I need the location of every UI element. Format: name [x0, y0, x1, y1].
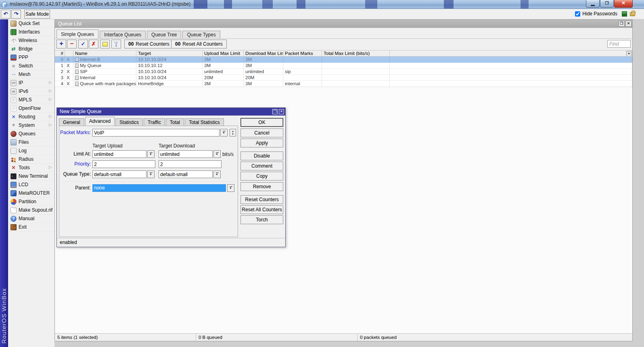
queue-window-close-button[interactable]: ✕	[625, 21, 631, 27]
col-header-upload-max-limit[interactable]: Upload Max Limit	[203, 50, 244, 56]
reset-counters-button[interactable]: Reset Counters	[240, 195, 283, 204]
disable-queue-button[interactable]	[89, 40, 98, 48]
reset-counters-button[interactable]: 00Reset Counters	[124, 40, 174, 48]
tab-statistics[interactable]: Statistics	[115, 118, 143, 126]
sidebar-item-quick-set[interactable]: Quick Set	[8, 19, 54, 28]
sidebar-item-ipv6[interactable]: IPv6	[8, 87, 54, 96]
safe-mode-button[interactable]: Safe Mode	[24, 10, 50, 19]
queue-type-download-input[interactable]	[159, 170, 213, 178]
redo-button[interactable]: ↷	[11, 10, 21, 19]
tab-general[interactable]: General	[59, 118, 84, 126]
sidebar-item-ppp[interactable]: PPP	[8, 53, 54, 62]
remove-button[interactable]: Remove	[240, 182, 283, 191]
find-input[interactable]	[607, 40, 631, 48]
queue-row-internet-b[interactable]: 0 X Internet-B 10.10.10.0/24 3M 3M	[55, 57, 632, 63]
sidebar-item-radius[interactable]: Radius	[8, 155, 54, 164]
queue-row-my-queue[interactable]: 1 X My Queue 10.10.10.12 3M 3M	[55, 63, 632, 69]
enable-queue-button[interactable]	[78, 40, 88, 48]
col-header-total-max-limit[interactable]: Total Max Limit (bits/s)	[322, 50, 390, 56]
sidebar-item-files[interactable]: Files	[8, 138, 54, 147]
sidebar-item-mesh[interactable]: Mesh	[8, 70, 54, 79]
comment-button[interactable]: Comment	[240, 162, 283, 170]
queue-row-queue-with-mark-packages[interactable]: 4 X Queue with mark packages HomeBridge …	[55, 81, 632, 87]
dialog-maximize-button[interactable]: ❐	[272, 109, 278, 114]
queue-item-icon	[75, 76, 79, 80]
sidebar-item-queues[interactable]: Queues	[8, 130, 54, 138]
filter-button[interactable]	[111, 40, 121, 48]
comment-button[interactable]	[100, 40, 110, 48]
col-header-flag[interactable]	[65, 50, 73, 56]
packet-marks-input[interactable]	[92, 129, 220, 137]
col-header-packet-marks[interactable]: Packet Marks	[283, 50, 322, 56]
close-button[interactable]: ✕	[614, 0, 633, 8]
queue-list-titlebar[interactable]: Queue List ❐ ✕	[55, 20, 632, 28]
sidebar-item-lcd[interactable]: LCD	[8, 181, 54, 189]
restore-button[interactable]: ❐	[600, 0, 614, 8]
tab-total-statistics[interactable]: Total Statistics	[185, 118, 224, 126]
reset-all-counters-button[interactable]: 00Reset All Counters	[171, 40, 227, 48]
sidebar-item-wireless[interactable]: Wireless	[8, 36, 54, 45]
minimize-button[interactable]: ▬	[586, 0, 600, 8]
sidebar-item-exit[interactable]: Exit	[8, 223, 54, 231]
sidebar-item-ip[interactable]: IP	[8, 79, 54, 87]
sidebar-item-make-supout[interactable]: Make Supout.rif	[8, 206, 54, 215]
undo-button[interactable]: ↶	[1, 10, 10, 19]
dialog-close-button[interactable]: ✕	[279, 109, 284, 114]
sidebar-item-interfaces[interactable]: Interfaces	[8, 28, 54, 36]
hide-passwords-checkbox[interactable]	[575, 11, 580, 17]
apply-button[interactable]: Apply	[240, 139, 283, 147]
os-titlebar[interactable]: mslavov@78.90.142.97 (MartinS) - WinBox …	[0, 0, 644, 9]
priority-upload-input[interactable]	[92, 160, 155, 168]
sidebar-item-mpls[interactable]: MPLS	[8, 96, 54, 104]
queue-window-restore-button[interactable]: ❐	[619, 21, 625, 27]
cancel-button[interactable]: Cancel	[240, 128, 283, 137]
sidebar-item-metarouter[interactable]: MetaROUTER	[8, 189, 54, 198]
queue-list-title: Queue List	[58, 21, 82, 27]
sidebar-item-switch[interactable]: Switch	[8, 62, 54, 70]
sidebar-item-new-terminal[interactable]: New Terminal	[8, 172, 54, 181]
reset-all-counters-button[interactable]: Reset All Counters	[240, 205, 283, 214]
sidebar-item-openflow[interactable]: OpenFlow	[8, 104, 54, 113]
tab-interface-queues[interactable]: Interface Queues	[100, 31, 146, 39]
sidebar-item-manual[interactable]: Manual	[8, 215, 54, 223]
parent-dropdown-button[interactable]	[227, 184, 234, 192]
queue-row-internal[interactable]: 3 X Internal 10.10.10.0/24 20M 20M	[55, 75, 632, 81]
torch-button[interactable]: Torch	[240, 215, 283, 224]
col-header-download-max-limit[interactable]: Download Max Limit	[244, 50, 283, 56]
minimize-icon: ▬	[586, 2, 599, 7]
disable-button[interactable]: Disable	[240, 151, 283, 160]
tab-queue-types[interactable]: Queue Types	[182, 31, 220, 39]
copy-button[interactable]: Copy	[240, 172, 283, 181]
dialog-titlebar[interactable]: New Simple Queue ❐ ✕	[57, 108, 285, 116]
col-header-name[interactable]: Name	[73, 50, 136, 56]
add-queue-button[interactable]	[56, 40, 66, 48]
parent-combobox[interactable]: none	[92, 184, 226, 192]
packet-marks-dropdown-button[interactable]	[220, 129, 228, 137]
ok-button[interactable]: OK	[240, 118, 283, 127]
limit-at-upload-input[interactable]	[92, 150, 146, 158]
limit-at-download-dropdown-button[interactable]	[213, 150, 221, 158]
column-select-dropdown-button[interactable]	[626, 51, 631, 56]
sidebar-item-bridge[interactable]: Bridge	[8, 45, 54, 53]
col-header-number[interactable]: #	[55, 50, 65, 56]
tab-advanced[interactable]: Advanced	[85, 117, 115, 126]
queue-type-upload-input[interactable]	[92, 170, 146, 178]
queue-type-upload-dropdown-button[interactable]	[147, 170, 155, 178]
tab-traffic[interactable]: Traffic	[144, 118, 165, 126]
queue-row-sip[interactable]: 2 X SIP 10.10.10.0/24 unlimited unlimite…	[55, 69, 632, 75]
remove-queue-button[interactable]	[67, 40, 77, 48]
tab-queue-tree[interactable]: Queue Tree	[147, 31, 181, 39]
tab-total[interactable]: Total	[166, 118, 184, 126]
limit-at-download-input[interactable]	[159, 150, 213, 158]
priority-download-input[interactable]	[159, 160, 222, 168]
sidebar-item-routing[interactable]: Routing	[8, 113, 54, 121]
col-header-target[interactable]: Target	[136, 50, 203, 56]
limit-at-upload-dropdown-button[interactable]	[147, 150, 155, 158]
packet-marks-updown-button[interactable]	[230, 129, 236, 137]
sidebar-item-system[interactable]: System	[8, 121, 54, 130]
queue-type-download-dropdown-button[interactable]	[213, 170, 221, 178]
sidebar-item-log[interactable]: Log	[8, 147, 54, 155]
hide-passwords-control[interactable]: Hide Passwords	[575, 11, 617, 17]
tab-simple-queues[interactable]: Simple Queues	[56, 29, 98, 39]
sidebar-item-tools[interactable]: Tools	[8, 164, 54, 172]
